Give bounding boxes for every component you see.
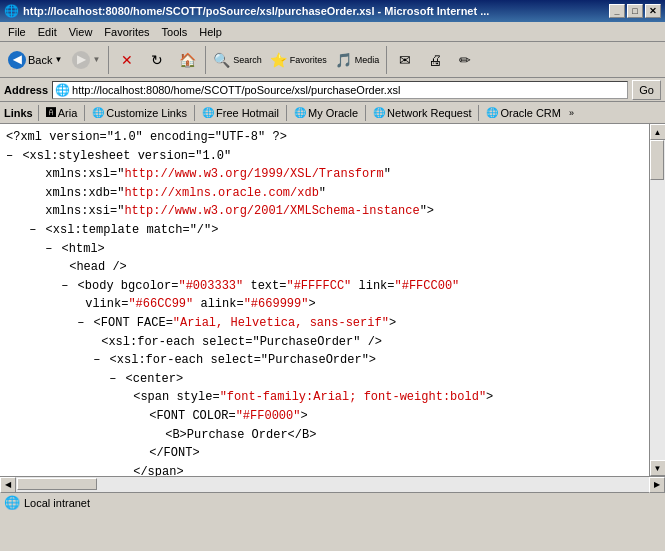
- toolbar: ◀ Back ▼ ▶ ▼ ✕ ↻ 🏠 🔍 Search ⭐ Favorites …: [0, 42, 665, 78]
- xml-attr-5: xmlns:xsi=": [45, 204, 124, 218]
- scroll-h-thumb[interactable]: [17, 478, 97, 490]
- links-bar: Links 🅰 Aria 🌐 Customize Links 🌐 Free Ho…: [0, 102, 665, 124]
- scroll-thumb[interactable]: [650, 140, 664, 180]
- scroll-left-button[interactable]: ◀: [0, 477, 16, 493]
- content-area: <?xml version="1.0" encoding="UTF-8" ?> …: [0, 124, 649, 476]
- xml-tag-6: <xsl:template match="/">: [46, 223, 219, 237]
- minus-icon-14: –: [109, 372, 116, 386]
- minus-icon-13: –: [93, 353, 100, 367]
- scroll-up-button[interactable]: ▲: [650, 124, 666, 140]
- xml-attr-4: xmlns:xdb=": [45, 186, 124, 200]
- edit-button[interactable]: ✏: [451, 45, 479, 75]
- status-text: Local intranet: [24, 497, 90, 509]
- xml-line-15: <span style="font-family:Arial; font-wei…: [6, 388, 643, 407]
- address-input-wrap: 🌐: [52, 81, 628, 99]
- browser-body: <?xml version="1.0" encoding="UTF-8" ?> …: [0, 124, 665, 476]
- link-myoracle[interactable]: 🌐 My Oracle: [290, 106, 362, 120]
- back-button[interactable]: ◀ Back ▼: [4, 47, 66, 73]
- menu-favorites[interactable]: Favorites: [98, 24, 155, 40]
- xml-val-10b: "#669999": [244, 297, 309, 311]
- xml-line-12: <xsl:for-each select="PurchaseOrder" />: [6, 333, 643, 352]
- page-icon: 🌐: [55, 83, 70, 97]
- media-button[interactable]: 🎵 Media: [332, 45, 383, 75]
- minus-icon-7: –: [45, 242, 52, 256]
- links-sep0: [38, 105, 39, 121]
- link-myoracle-label: My Oracle: [308, 107, 358, 119]
- forward-arrow-icon: ▶: [72, 51, 90, 69]
- xml-attr-15a: style=: [176, 390, 219, 404]
- links-overflow-icon[interactable]: »: [569, 108, 574, 118]
- xml-tag-19: </span>: [133, 465, 183, 476]
- link-network-icon: 🌐: [373, 107, 385, 118]
- home-button[interactable]: 🏠: [173, 45, 201, 75]
- scroll-down-button[interactable]: ▼: [650, 460, 666, 476]
- links-sep4: [365, 105, 366, 121]
- minus-icon-2: –: [6, 149, 13, 163]
- xml-line-4: xmlns:xdb="http://xmlns.oracle.com/xdb": [6, 184, 643, 203]
- link-aria-label: Aria: [58, 107, 78, 119]
- link-crm-icon: 🌐: [486, 107, 498, 118]
- menu-edit[interactable]: Edit: [32, 24, 63, 40]
- scroll-right-button[interactable]: ▶: [649, 477, 665, 493]
- mail-icon: ✉: [399, 53, 411, 67]
- menu-help[interactable]: Help: [193, 24, 228, 40]
- link-hotmail[interactable]: 🌐 Free Hotmail: [198, 106, 283, 120]
- sep1: [108, 46, 109, 74]
- xml-attr-5b: ">: [420, 204, 434, 218]
- favorites-button[interactable]: ⭐ Favorites: [267, 45, 330, 75]
- search-label: Search: [233, 55, 262, 65]
- link-customize[interactable]: 🌐 Customize Links: [88, 106, 191, 120]
- window-controls: _ □ ✕: [609, 4, 661, 18]
- mail-button[interactable]: ✉: [391, 45, 419, 75]
- menu-view[interactable]: View: [63, 24, 99, 40]
- xml-tag-13: <xsl:for-each select="PurchaseOrder">: [110, 353, 376, 367]
- address-input[interactable]: [72, 84, 625, 96]
- forward-dropdown-icon: ▼: [92, 55, 100, 64]
- link-customize-icon: 🌐: [92, 107, 104, 118]
- search-button[interactable]: 🔍 Search: [210, 45, 265, 75]
- xml-line-13: – <xsl:for-each select="PurchaseOrder">: [6, 351, 643, 370]
- home-icon: 🏠: [179, 53, 196, 67]
- favorites-label: Favorites: [290, 55, 327, 65]
- xml-attr-11a: FACE=: [137, 316, 173, 330]
- xml-val-16a: "#FF0000": [236, 409, 301, 423]
- vertical-scrollbar: ▲ ▼: [649, 124, 665, 476]
- link-aria[interactable]: 🅰 Aria: [42, 106, 82, 120]
- go-button[interactable]: Go: [632, 80, 661, 100]
- menu-file[interactable]: File: [2, 24, 32, 40]
- xml-tag-15b: >: [486, 390, 493, 404]
- xml-line-19: </span>: [6, 463, 643, 476]
- forward-button[interactable]: ▶ ▼: [68, 47, 104, 73]
- stop-icon: ✕: [121, 53, 133, 67]
- xml-tag-12: <xsl:for-each select="PurchaseOrder" />: [101, 335, 382, 349]
- xml-line-14: – <center>: [6, 370, 643, 389]
- title-bar: 🌐 http://localhost:8080/home/SCOTT/poSou…: [0, 0, 665, 22]
- address-label: Address: [4, 84, 48, 96]
- refresh-icon: ↻: [151, 53, 163, 67]
- xml-tag-15a: <span: [133, 390, 176, 404]
- xml-attr-10a: vlink=: [85, 297, 128, 311]
- link-oracle-crm[interactable]: 🌐 Oracle CRM: [482, 106, 565, 120]
- refresh-button[interactable]: ↻: [143, 45, 171, 75]
- close-button[interactable]: ✕: [645, 4, 661, 18]
- xml-val-10a: "#66CC99": [128, 297, 193, 311]
- xml-line-2: – <xsl:stylesheet version="1.0": [6, 147, 643, 166]
- xml-val-9b: "#FFFFCC": [286, 279, 351, 293]
- xml-attr-16a: COLOR=: [192, 409, 235, 423]
- xml-attr-9c: link=: [351, 279, 394, 293]
- xml-line-5: xmlns:xsi="http://www.w3.org/2001/XMLSch…: [6, 202, 643, 221]
- print-button[interactable]: 🖨: [421, 45, 449, 75]
- link-network-request[interactable]: 🌐 Network Request: [369, 106, 475, 120]
- edit-icon: ✏: [459, 53, 471, 67]
- media-icon: 🎵: [335, 53, 352, 67]
- print-icon: 🖨: [428, 53, 442, 67]
- xml-line-17: <B>Purchase Order</B>: [6, 426, 643, 445]
- menu-tools[interactable]: Tools: [156, 24, 194, 40]
- link-aria-icon: 🅰: [46, 107, 56, 118]
- links-label: Links: [4, 107, 33, 119]
- xml-tag-16a: <FONT: [149, 409, 192, 423]
- stop-button[interactable]: ✕: [113, 45, 141, 75]
- minimize-button[interactable]: _: [609, 4, 625, 18]
- maximize-button[interactable]: □: [627, 4, 643, 18]
- xml-tag-2: <xsl:stylesheet version="1.0": [22, 149, 231, 163]
